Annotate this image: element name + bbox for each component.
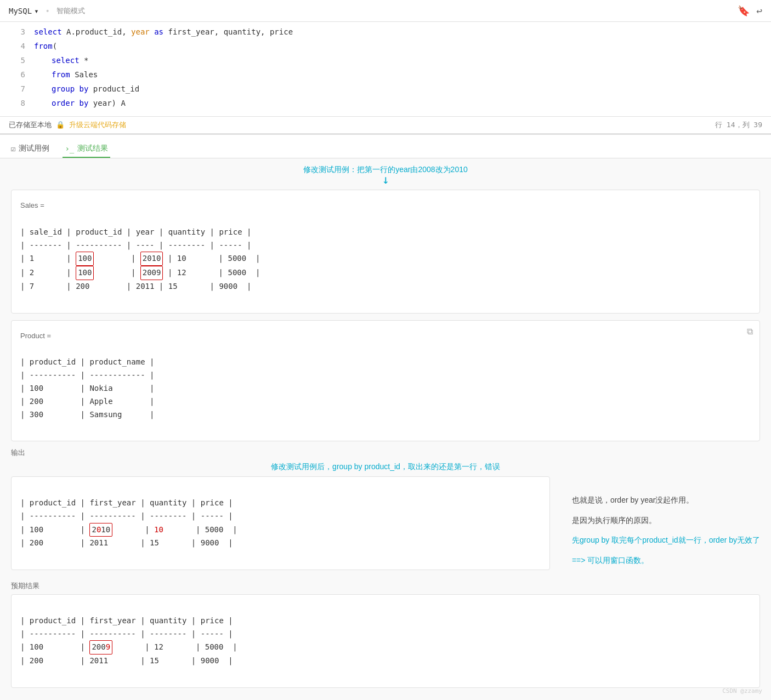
test-case-label: 测试用例 [19, 144, 49, 153]
test-result-icon: ›_ [65, 144, 74, 153]
product-label: Product = [20, 332, 751, 340]
expected-row-sep: | ---------- | ---------- | -------- | -… [20, 629, 233, 638]
code-line-6: 6 from Sales [0, 69, 771, 83]
sales-row-3: | 7 | 200 | 2011 | 15 | 9000 | [20, 282, 251, 291]
test-result-label: 测试结果 [77, 144, 108, 153]
code-line-7: 7 group by product_id [0, 83, 771, 98]
tab-test-case[interactable]: ☑ 测试用例 [9, 140, 52, 158]
code-content-5: select * [34, 56, 88, 65]
output-row-sep: | ---------- | ---------- | -------- | -… [20, 511, 233, 520]
tab-test-result[interactable]: ›_ 测试结果 [63, 140, 110, 158]
product-row-3: | 300 | Samsung | [20, 410, 154, 419]
code-content-7: group by product_id [34, 84, 139, 93]
line-number-6: 6 [9, 70, 25, 79]
sales-section: Sales = | sale_id | product_id | year | … [11, 190, 760, 314]
code-line-8: 8 order by year) A [0, 98, 771, 112]
output-annotation: 修改测试用例后，group by product_id，取出来的还是第一行，错误 [11, 462, 760, 472]
code-content-3: select A.product_id, year as first_year,… [34, 27, 293, 36]
product-row-sep: | ---------- | ------------ | [20, 371, 154, 379]
code-content-8: order by year) A [34, 99, 126, 107]
expected-table-box: | product_id | first_year | quantity | p… [11, 594, 760, 688]
product-row-header: | product_id | product_name | [20, 357, 154, 366]
status-left: 已存储至本地 🔒 升级云端代码存储 [9, 120, 126, 130]
expected-row-2: | 200 | 2011 | 15 | 9000 | [20, 656, 233, 665]
product-row-2: | 200 | Apple | [20, 397, 154, 406]
db-name: MySQL [9, 7, 32, 15]
code-line-3: 3 select A.product_id, year as first_yea… [0, 26, 771, 41]
sales-row-sep: | ------- | ---------- | ---- | --------… [20, 241, 251, 249]
status-bar: 已存储至本地 🔒 升级云端代码存储 行 14，列 39 [0, 117, 771, 135]
note4: ==> 可以用窗口函数。 [572, 553, 760, 568]
test-case-icon: ☑ [11, 144, 15, 153]
smart-mode-label: 智能模式 [56, 6, 85, 16]
expected-table: | product_id | first_year | quantity | p… [20, 601, 751, 681]
product-row-1: | 100 | Nokia | [20, 384, 154, 392]
expected-section: 预期结果 | product_id | first_year | quantit… [11, 581, 760, 688]
bookmark-icon[interactable]: 🔖 [738, 5, 750, 16]
expected-row-1: | 100 | 2009 | 12 | 5000 | [20, 642, 237, 651]
tabs-bar: ☑ 测试用例 ›_ 测试结果 [0, 135, 771, 158]
cursor-position: 行 14，列 39 [715, 120, 762, 130]
sales-row-1: | 1 | 100 | 2010 | 10 | 5000 | [20, 254, 260, 263]
undo-icon[interactable]: ↩ [756, 5, 762, 16]
sales-row-2: | 2 | 100 | 2009 | 12 | 5000 | [20, 268, 260, 277]
note2: 是因为执行顺序的原因。 [572, 513, 760, 528]
code-editor: 3 select A.product_id, year as first_yea… [0, 22, 771, 117]
line-number-5: 5 [9, 56, 25, 65]
sales-label: Sales = [20, 201, 751, 209]
db-selector[interactable]: MySQL ▾ [9, 7, 39, 15]
test-panel: 修改测试用例：把第一行的year由2008改为2010 ↓ Sales = | … [0, 158, 771, 700]
output-row-1: | 100 | 2010 | 10 | 5000 | [20, 525, 237, 534]
note1: 也就是说，order by year没起作用。 [572, 493, 760, 508]
output-table: | product_id | first_year | quantity | p… [20, 483, 541, 563]
sales-row-header: | sale_id | product_id | year | quantity… [20, 227, 251, 236]
output-row-header: | product_id | first_year | quantity | p… [20, 498, 233, 507]
top-bar-right: 🔖 ↩ [738, 5, 762, 16]
output-annotation-row: | product_id | first_year | quantity | p… [11, 476, 760, 577]
arrow-down-icon: ↓ [382, 173, 389, 186]
watermark: CSDN @zzamy [722, 687, 762, 695]
product-table: | product_id | product_name | | --------… [20, 343, 751, 435]
line-number-7: 7 [9, 84, 25, 93]
line-number-4: 4 [9, 42, 25, 50]
saved-status: 已存储至本地 [9, 120, 52, 130]
upgrade-button[interactable]: 🔒 升级云端代码存储 [56, 120, 126, 130]
output-row-2: | 200 | 2011 | 15 | 9000 | [20, 538, 233, 547]
expected-label: 预期结果 [11, 581, 760, 591]
note3: 先group by 取完每个product_id就一行，order by无效了 [572, 533, 760, 548]
output-label: 输出 [11, 448, 760, 458]
expected-row-header: | product_id | first_year | quantity | p… [20, 616, 233, 625]
sales-table: | sale_id | product_id | year | quantity… [20, 213, 751, 306]
dropdown-icon: ▾ [34, 7, 38, 15]
top-bar-left: MySQL ▾ • 智能模式 [9, 6, 85, 16]
copy-icon[interactable]: ⧉ [747, 326, 753, 337]
code-content-6: from Sales [34, 70, 98, 79]
code-content-4: from( [34, 42, 57, 50]
code-line-5: 5 select * [0, 55, 771, 69]
line-number-8: 8 [9, 99, 25, 107]
output-section: 输出 修改测试用例后，group by product_id，取出来的还是第一行… [11, 448, 760, 577]
code-line-4: 4 from( [0, 41, 771, 55]
output-table-box: | product_id | first_year | quantity | p… [11, 476, 550, 570]
line-number-3: 3 [9, 27, 25, 36]
product-section: Product = ⧉ | product_id | product_name … [11, 320, 760, 442]
output-notes: 也就是说，order by year没起作用。 是因为执行顺序的原因。 先gro… [572, 476, 760, 567]
top-bar: MySQL ▾ • 智能模式 🔖 ↩ [0, 0, 771, 22]
annotation1-container: 修改测试用例：把第一行的year由2008改为2010 ↓ [11, 165, 760, 186]
